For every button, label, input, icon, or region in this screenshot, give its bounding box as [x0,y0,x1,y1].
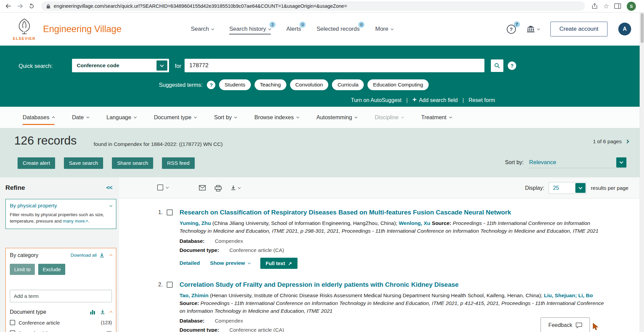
author-link[interactable]: Liu, Shejuan; Li, Bo [544,292,593,298]
collapse-sidebar-icon[interactable] [106,184,112,191]
by-category-title: By category [10,252,38,258]
user-avatar[interactable]: A [618,23,631,35]
tab-autostemming[interactable]: Autostemming [316,107,357,128]
result-title-link[interactable]: Research on Classification of Respirator… [180,209,644,216]
chevron-down-icon [537,27,540,30]
results-per-page-select[interactable]: 25 [549,182,587,194]
chart-icon[interactable] [90,309,95,314]
suggested-term-pill[interactable]: Curricula [332,79,364,90]
help-icon[interactable]: 7 [507,25,516,34]
author-link[interactable]: Yuming, Zhu [180,220,211,226]
print-icon[interactable] [215,185,222,193]
alerts-badge: 0 [300,22,306,28]
bookmark-star-icon[interactable] [601,1,611,11]
create-account-button[interactable]: Create account [550,22,607,36]
detailed-link[interactable]: Detailed [180,260,200,266]
reset-form-link[interactable]: Reset form [469,97,495,103]
suggested-term-pill[interactable]: Convolution [290,79,329,90]
physical-property-text: . [88,219,90,224]
download-results-menu[interactable] [231,185,240,190]
sort-caret-button[interactable] [616,157,626,168]
create-alert-button[interactable]: Create alert [18,157,55,169]
facet-checkbox[interactable] [10,330,15,332]
email-icon[interactable] [199,185,206,192]
tab-document-type[interactable]: Document type [154,107,196,128]
tab-databases[interactable]: Databases [23,107,54,128]
suggested-terms-row: Suggested terms: Students Teaching Convo… [159,79,429,90]
chevron-down-icon[interactable] [166,185,169,188]
suggested-terms-help-icon[interactable] [207,81,215,89]
chevron-up-icon[interactable] [110,311,112,314]
result-checkbox[interactable] [167,282,173,288]
suggested-term-pill[interactable]: Students [219,79,251,90]
tab-label: Databases [23,114,49,121]
scrollbar-thumb[interactable] [641,13,644,43]
result-actions: Create alert Save search Share search RS… [18,157,195,169]
autosuggest-link[interactable]: Turn on AutoSuggest [351,97,402,103]
sort-dropdown[interactable]: Relevance [529,157,626,168]
url-text: engineeringvillage.com/search/quick.url?… [54,3,347,9]
tab-date[interactable]: Date [72,107,89,128]
side-panel-icon[interactable] [613,1,623,11]
search-button[interactable] [491,59,503,72]
nav-alerts[interactable]: Alerts 0 [286,26,301,32]
primary-nav: Search Search history 2 Alerts 0 Selecte… [191,26,393,32]
suggested-term-pill[interactable]: Education Computing [367,79,428,90]
chevron-up-icon[interactable] [110,254,112,257]
browser-profile-avatar[interactable]: S [627,2,636,11]
facet-checkbox[interactable] [10,320,15,325]
pagination[interactable]: 1 of 6 pages [593,138,628,145]
nav-search-history[interactable]: Search history 2 [229,26,271,34]
tab-language[interactable]: Language [106,107,136,128]
many-more-link[interactable]: many more [63,219,85,224]
search-help-icon[interactable] [508,61,516,70]
brand-title[interactable]: Engineering Village [43,24,121,34]
nav-search[interactable]: Search [191,26,214,32]
download-all-link[interactable]: Download all [71,253,104,258]
feedback-label: Feedback [548,322,572,328]
tab-label: Document type [154,114,191,121]
tab-label: Autostemming [316,114,352,121]
download-icon[interactable] [100,309,105,314]
facet-count: (123) [101,320,112,325]
result-item: 1. Research on Classification of Respira… [119,209,644,269]
nav-selected-records[interactable]: Selected records 0 [316,26,360,32]
select-all-checkbox[interactable] [157,184,163,190]
rss-feed-button[interactable]: RSS feed [162,157,194,169]
physical-property-header[interactable]: By physical property [10,203,112,209]
elsevier-logo[interactable]: ELSEVIER [13,18,35,41]
address-bar[interactable]: engineeringvillage.com/search/quick.url?… [41,1,585,11]
back-icon[interactable] [3,1,14,11]
author-link[interactable]: Wenlong, Xu [399,220,430,226]
author-link[interactable]: Tao, Zhimin [180,292,209,298]
feedback-button[interactable]: Feedback [541,317,590,332]
share-icon[interactable] [590,1,600,11]
tab-treatment[interactable]: Treatment [421,107,452,128]
page-scrollbar[interactable] [640,12,644,332]
help-badge: 7 [514,21,520,27]
save-search-button[interactable]: Save search [64,157,103,169]
show-preview-link[interactable]: Show preview [210,260,250,266]
exclude-button[interactable]: Exclude [38,264,65,275]
suggested-term-pill[interactable]: Teaching [255,79,286,90]
nav-more[interactable]: More [375,26,393,32]
search-input[interactable] [185,59,484,72]
chevron-down-icon [401,116,404,118]
limit-to-button[interactable]: Limit to [10,264,35,275]
refresh-icon[interactable] [26,1,37,11]
institution-menu[interactable] [527,26,540,33]
tab-browse-indexes[interactable]: Browse indexes [254,107,299,128]
chevron-down-icon [234,116,237,118]
share-search-button[interactable]: Share search [112,157,153,169]
result-checkbox[interactable] [167,209,173,215]
select-caret-button[interactable] [157,60,167,71]
forward-icon[interactable] [15,1,25,11]
search-field-select[interactable]: Conference code [72,59,169,72]
tab-sort-by[interactable]: Sort by [214,107,237,128]
full-text-button[interactable]: Full text [260,258,297,269]
record-count: 126 records [14,134,77,147]
add-term-input[interactable] [10,290,112,302]
result-title-link[interactable]: Correlation Study of Frailty and Depress… [180,281,644,288]
add-search-field-link[interactable]: Add search field [412,97,458,103]
select-caret-button[interactable] [575,183,586,193]
